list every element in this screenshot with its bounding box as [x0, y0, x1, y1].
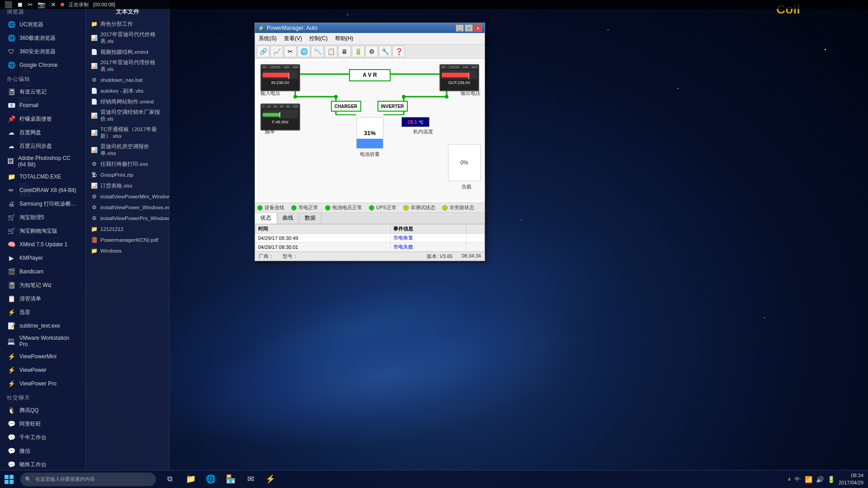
panel-kmplayer[interactable]: ▶ KMPlayer [0, 251, 85, 265]
tab-curve[interactable]: 曲线 [277, 213, 299, 224]
file-item-bat[interactable]: ⚙ shutdown_nas.bat [86, 75, 169, 85]
taskbar-browser[interactable]: 🌐 [201, 470, 221, 488]
browser-icon: 🌐 [204, 473, 217, 485]
panel-thunder[interactable]: ⚡ 迅雷 [0, 305, 85, 319]
mail-icon: ✉ [244, 473, 257, 485]
gauge-input: 60 120180 240 300 IN:238.0V [260, 64, 300, 91]
taskbar-task-view[interactable]: ⧉ [160, 470, 179, 488]
record-close[interactable]: ✕ [51, 1, 56, 8]
toolbar-settings[interactable]: ⚙ [365, 46, 378, 57]
panel-lemon-label: 柠檬桌面便签 [19, 115, 52, 123]
temp-unit: ℃ [419, 120, 424, 125]
menu-control[interactable]: 控制(C) [306, 34, 331, 43]
panel-baidu[interactable]: ☁ 百度网盘 [0, 126, 85, 139]
toolbar-chart[interactable]: 📈 [270, 46, 283, 57]
panel-qianniu[interactable]: 💬 千牛工作台 [0, 431, 85, 444]
panel-samsung[interactable]: 🖨 Samsung 打印机诊断… [0, 197, 85, 211]
taskbar-search-box[interactable]: 🔍 在这里输入你要搜索的内容 [20, 473, 156, 486]
tray-volume[interactable]: 🔊 [816, 476, 824, 483]
taskbar-store[interactable]: 🏪 [221, 470, 241, 488]
panel-wechat[interactable]: 💬 微信 [0, 444, 85, 458]
toolbar-wrench[interactable]: 🔧 [379, 46, 392, 57]
pdf-icon: 📕 [90, 236, 98, 244]
file-item-vbs[interactable]: 📄 autokey - 副本.vbs [86, 85, 169, 96]
file-item-exe4[interactable]: ⚙ installViewPowerPro_Windows.exe [86, 213, 169, 224]
panel-item-uc[interactable]: 🌐 UC浏览器 [0, 18, 85, 31]
panel-youdao[interactable]: 📓 有道云笔记 [0, 85, 85, 99]
file-item-pdf[interactable]: 📕 PowermanagerII(CN).pdf [86, 235, 169, 245]
file-item-xmind2[interactable]: 📄 经销商网站制作.xmind [86, 96, 169, 107]
panel-xmind[interactable]: 🧠 XMind 7.5 Update 1 [0, 238, 85, 251]
panel-vppro[interactable]: ⚡ ViewPower Pro [0, 377, 85, 390]
file-item-xlsx1[interactable]: 📊 TC开通模板（2017年最新）.xlsx [86, 124, 169, 141]
file-item-xls2[interactable]: 📊 2017年雷迪司代理价格表.xls [86, 57, 169, 75]
file-item-exe3[interactable]: ⚙ installViewPower_Windows.exe [86, 202, 169, 213]
bandicam-icon: 🎬 [7, 267, 16, 276]
toolbar-connect[interactable]: 🔗 [257, 46, 269, 57]
start-button[interactable] [0, 470, 18, 488]
file-item-shangsefenbu[interactable]: 📁 商色分部工作 [86, 19, 169, 29]
panel-vmware[interactable]: 💻 VMware Workstation Pro [0, 333, 85, 350]
panel-xiaobao[interactable]: 💬 晓终工作台 [0, 458, 85, 470]
menu-system[interactable]: 系统(S) [255, 34, 280, 43]
panel-lemon[interactable]: 📌 柠檬桌面便签 [0, 112, 85, 126]
panel-item-360safe[interactable]: 🛡 360安全浏览器 [0, 45, 85, 58]
rec-timer: [00:00:08] [93, 2, 115, 7]
panel-checklist[interactable]: 📋 清管清单 [0, 292, 85, 305]
tray-power[interactable]: 🔋 [827, 476, 835, 483]
tray-chevron[interactable]: ∧ [788, 476, 791, 482]
file-item-xls1[interactable]: 📊 2017年雷迪司代代价格表.xls [86, 29, 169, 47]
file-item-zip[interactable]: 🗜 GraspPrint.zip [86, 169, 169, 180]
toolbar-table[interactable]: 📋 [325, 46, 337, 57]
file-item-xls3[interactable]: 📊 雷迪司空调经销米厂家报价.xls [86, 107, 169, 124]
panel-sublime[interactable]: 📝 sublime_text.exe [0, 319, 85, 333]
toolbar-scissors[interactable]: ✂ [284, 46, 297, 57]
panel-checklist-label: 清管清单 [19, 295, 41, 303]
file-item-xmind1[interactable]: 📄 视频拍摄结构.xmind [86, 47, 169, 57]
taskbar-explorer[interactable]: 📁 [181, 470, 201, 488]
toolbar-battery[interactable]: 🔋 [352, 46, 364, 57]
panel-wiznote[interactable]: 📓 为知笔记 Wiz [0, 278, 85, 292]
panel-photoshop[interactable]: 🖼 Adobe Photoshop CC (64 Bit) [0, 153, 85, 170]
toolbar-graph[interactable]: 📉 [311, 46, 324, 57]
panel-item-chrome[interactable]: 🌐 Google Chrome [0, 58, 85, 72]
panel-qq[interactable]: 🐧 腾讯QQ [0, 404, 85, 417]
panel-coreldraw[interactable]: ✏ CorelDRAW X8 (64-Bit) [0, 183, 85, 197]
menu-view[interactable]: 查看(V) [280, 34, 306, 43]
panel-item-360fast[interactable]: 🌐 360极速浏览器 [0, 31, 85, 45]
pm-maximize-button[interactable]: □ [465, 24, 473, 32]
tray-network[interactable]: 📶 [805, 476, 812, 483]
file-item-xlsx3[interactable]: 📊 订货表格.xlsx [86, 180, 169, 191]
temp-value: 28.1 [407, 119, 417, 125]
panel-taobao[interactable]: 🛒 淘宝购物淘宝版 [0, 224, 85, 238]
taskbar-clock[interactable]: 08:34 2017/04/29 [839, 472, 863, 486]
exe1-icon: ⚙ [90, 160, 98, 168]
pm-close-button[interactable]: ✕ [474, 24, 482, 32]
toolbar-monitor[interactable]: 🖥 [338, 46, 351, 57]
tab-data[interactable]: 数据 [299, 213, 321, 224]
panel-taobao5[interactable]: 🛒 淘宝助理5 [0, 211, 85, 224]
taskbar-pm-app[interactable]: ⚡ [260, 470, 280, 488]
toolbar-help[interactable]: ❓ [392, 46, 405, 57]
pm-minimize-button[interactable]: _ [456, 24, 464, 32]
tray-ime[interactable]: 中· [795, 476, 801, 483]
tab-status[interactable]: 状态 [255, 213, 277, 224]
file-item-windows[interactable]: 📁 Windows [86, 245, 169, 256]
file-item-folder1[interactable]: 📁 12121212 [86, 224, 169, 235]
panel-bandicam[interactable]: 🎬 Bandicam [0, 265, 85, 278]
file-item-exe2[interactable]: ⚙ installViewPowerMini_Windows.exe [86, 191, 169, 202]
panel-foxmail[interactable]: 📧 Foxmail [0, 99, 85, 112]
file-item-xlsx2[interactable]: 📊 雷迪司机房空调报价单.xlsx [86, 141, 169, 159]
panel-aliww[interactable]: 💬 阿里旺旺 [0, 417, 85, 431]
panel-vp[interactable]: ⚡ ViewPower [0, 363, 85, 377]
toolbar-globe[interactable]: 🌐 [297, 46, 310, 57]
menu-help[interactable]: 帮助(H) [331, 34, 357, 43]
status-test: 非测试状态 [403, 204, 435, 211]
taskbar-mail[interactable]: ✉ [241, 470, 260, 488]
panel-baidusync[interactable]: ☁ 百度云同步盘 [0, 139, 85, 153]
file-item-exe1[interactable]: ⚙ 任我行终极打印.exe [86, 159, 169, 169]
temp-label: 机内温度 [413, 128, 433, 135]
panel-vpmini[interactable]: ⚡ ViewPowerMini [0, 350, 85, 363]
powermanager-window[interactable]: ⚡ PowerManager: Auto _ □ ✕ 系统(S) 查看(V) 控… [255, 23, 485, 261]
panel-totalcmd[interactable]: 📁 TOTALCMD.EXE [0, 170, 85, 183]
